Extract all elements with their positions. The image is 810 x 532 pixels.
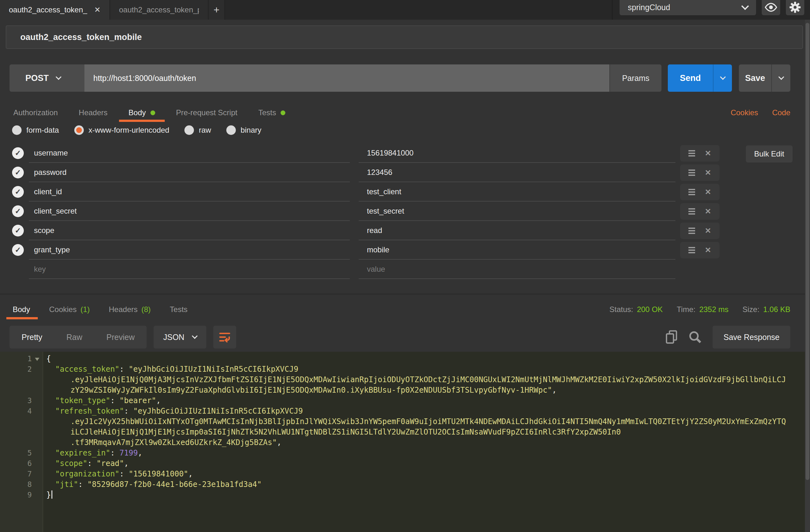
drag-handle-icon[interactable] [688, 208, 695, 214]
param-key-field[interactable]: key [29, 260, 350, 279]
tab-headers[interactable]: Headers [78, 103, 108, 122]
send-options-button[interactable] [713, 64, 732, 92]
delete-row-icon[interactable]: ✕ [704, 226, 711, 235]
cookies-link[interactable]: Cookies [731, 108, 758, 117]
param-checkbox-checked[interactable]: ✓ [12, 225, 24, 237]
param-row: ✓grant_typemobile✕ [10, 240, 724, 260]
delete-row-icon[interactable]: ✕ [704, 207, 711, 216]
param-checkbox-checked[interactable]: ✓ [12, 167, 24, 178]
param-value-field[interactable]: read [359, 221, 676, 240]
param-key-field[interactable]: username [29, 144, 350, 163]
tab-title: oauth2_access_token_ [9, 5, 87, 14]
param-checkbox-checked[interactable]: ✓ [12, 186, 24, 198]
settings-button[interactable] [786, 0, 804, 15]
delete-row-icon[interactable]: ✕ [704, 168, 711, 177]
format-select[interactable]: JSON [153, 326, 206, 349]
tab-tests[interactable]: Tests [258, 103, 286, 122]
param-value-field[interactable]: value [359, 260, 676, 279]
request-tab-active[interactable]: oauth2_access_token_ ✕ [0, 0, 110, 20]
radio-selected-icon[interactable] [74, 125, 84, 135]
param-key-field[interactable]: password [29, 163, 350, 182]
param-key-field[interactable]: client_id [29, 182, 350, 201]
view-raw[interactable]: Raw [54, 333, 94, 342]
response-tab-body[interactable]: Body [13, 300, 30, 319]
environment-quick-look-button[interactable] [762, 0, 780, 15]
response-tab-headers[interactable]: Headers (8) [109, 300, 151, 319]
drag-handle-icon[interactable] [688, 189, 695, 195]
delete-row-icon[interactable]: ✕ [704, 246, 711, 255]
radio-icon[interactable] [226, 125, 236, 135]
param-row-actions: ✕ [680, 145, 719, 162]
radio-icon[interactable] [184, 125, 194, 135]
method-select[interactable]: POST [10, 64, 84, 92]
scrollbar-thumb[interactable] [806, 23, 809, 480]
fold-caret-icon[interactable] [35, 358, 39, 361]
bulk-edit-button[interactable]: Bulk Edit [746, 145, 793, 162]
code-text: } [46, 490, 805, 500]
tab-authorization[interactable]: Authorization [13, 103, 59, 122]
save-options-button[interactable] [771, 64, 790, 92]
param-checkbox-checked[interactable]: ✓ [12, 205, 24, 217]
code-line: 9} [0, 490, 805, 500]
search-icon[interactable] [688, 331, 702, 344]
request-name-panel: oauth2_access_token_mobile [6, 26, 803, 49]
params-button[interactable]: Params [610, 64, 662, 92]
drag-handle-icon[interactable] [688, 150, 695, 157]
radio-icon[interactable] [12, 125, 21, 135]
response-body-viewer[interactable]: 1{2"access_token": "eyJhbGciOiJIUzI1NiIs… [0, 352, 805, 532]
url-value: http://host1:8000/oauth/token [93, 74, 196, 83]
param-key-field[interactable]: scope [29, 221, 350, 240]
save-button[interactable]: Save [739, 64, 771, 92]
new-tab-button[interactable]: + [209, 0, 225, 20]
param-row: ✓password123456✕ [10, 163, 724, 182]
drag-handle-icon[interactable] [688, 228, 695, 234]
response-toolbar: Pretty Raw Preview JSON [10, 326, 236, 349]
view-pretty[interactable]: Pretty [10, 333, 54, 342]
save-response-button[interactable]: Save Response [713, 326, 790, 349]
eye-icon [764, 2, 778, 12]
param-value-field[interactable]: 15619841000 [359, 144, 676, 163]
tab-body[interactable]: Body [128, 103, 156, 122]
window-scrollbar[interactable] [805, 20, 810, 532]
send-button[interactable]: Send [668, 64, 713, 92]
close-tab-icon[interactable]: ✕ [94, 5, 101, 14]
mode-binary[interactable]: binary [226, 125, 261, 135]
url-input[interactable]: http://host1:8000/oauth/token [84, 64, 610, 92]
param-checkbox-checked[interactable]: ✓ [12, 244, 24, 256]
param-value-field[interactable]: mobile [359, 240, 676, 260]
delete-row-icon[interactable]: ✕ [704, 149, 711, 158]
code-lines: 1{2"access_token": "eyJhbGciOiJIUzI1NiIs… [0, 352, 805, 500]
mode-form-data[interactable]: form-data [12, 125, 59, 135]
response-tabs: Body Cookies (1) Headers (8) Tests [13, 300, 188, 319]
line-number: 4 [0, 406, 32, 417]
status-value: 200 OK [637, 305, 663, 314]
response-tab-cookies[interactable]: Cookies (1) [49, 300, 90, 319]
tab-pre-request-script[interactable]: Pre-request Script [176, 103, 238, 122]
mode-raw[interactable]: raw [184, 125, 211, 135]
mode-x-www-form-urlencoded[interactable]: x-www-form-urlencoded [74, 125, 169, 135]
param-value-field[interactable]: 123456 [359, 163, 676, 182]
drag-handle-icon[interactable] [688, 247, 695, 253]
param-value-field[interactable]: test_secret [359, 201, 676, 221]
wrap-lines-button[interactable] [213, 326, 236, 349]
view-preview[interactable]: Preview [94, 333, 147, 342]
param-value-field[interactable]: test_client [359, 182, 676, 201]
delete-row-icon[interactable]: ✕ [704, 188, 711, 196]
response-tab-tests[interactable]: Tests [170, 300, 188, 319]
param-row: ✓client_idtest_client✕ [10, 182, 724, 201]
param-key-field[interactable]: client_secret [29, 201, 350, 221]
drag-handle-icon[interactable] [688, 170, 695, 176]
param-checkbox-checked[interactable]: ✓ [12, 147, 24, 159]
copy-icon[interactable] [666, 330, 678, 344]
code-text: .tf3MRmqavA7mjZXl9w0ZkLxed6UZkrkZ_4KDjg5… [46, 437, 805, 448]
code-line: 8"jti": "85296d87-f2b0-44e1-b66e-23e1ba1… [0, 479, 805, 490]
param-row-actions: ✕ [680, 242, 719, 258]
request-tab-inactive[interactable]: oauth2_access_token_passw [110, 0, 209, 20]
code-text: { [46, 354, 805, 364]
environment-select[interactable]: springCloud [619, 0, 756, 15]
param-key-field[interactable]: grant_type [29, 240, 350, 260]
code-line: 7"organization": "15619841000", [0, 469, 805, 479]
postman-window: oauth2_access_token_ ✕ oauth2_access_tok… [0, 0, 810, 532]
code-link[interactable]: Code [772, 108, 790, 117]
param-row-actions: ✕ [680, 164, 719, 181]
